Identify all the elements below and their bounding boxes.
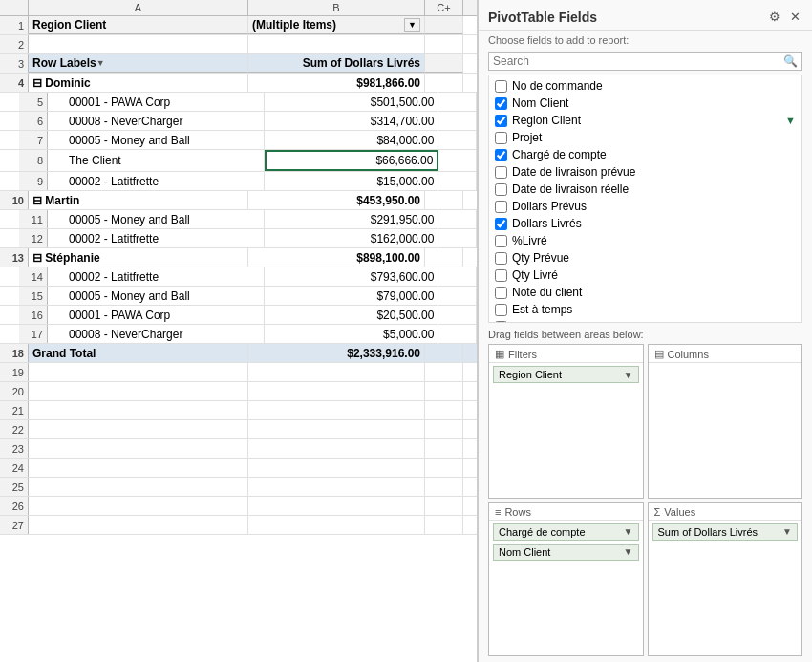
cell-b-15[interactable]: $79,000.00 — [265, 287, 438, 305]
cell-b-4[interactable]: $981,866.00 — [248, 74, 425, 92]
cell-a-23[interactable] — [29, 439, 248, 458]
cell-b-13[interactable]: $898,100.00 — [248, 248, 425, 267]
values-chip-sum[interactable]: Sum of Dollars Livrés ▼ — [652, 523, 799, 541]
cell-a-10[interactable]: ⊟ Martin — [29, 191, 248, 209]
values-area-title: Σ Values — [649, 503, 802, 521]
field-checkbox-0[interactable] — [495, 80, 507, 93]
field-item-2: Region Client▼ — [489, 112, 801, 129]
cell-a-13[interactable]: ⊟ Stéphanie — [29, 248, 248, 267]
field-item-12: Note du client — [489, 284, 801, 301]
cell-b-20[interactable] — [248, 382, 425, 400]
cell-a-14[interactable]: 00002 - Latitfrette — [48, 267, 265, 286]
field-checkbox-11[interactable] — [495, 269, 507, 282]
col-header-a[interactable]: A — [29, 0, 248, 15]
cell-a-3[interactable]: Row Labels ▼ — [29, 54, 248, 73]
cell-a-16[interactable]: 00001 - PAWA Corp — [48, 306, 265, 324]
cell-b-26[interactable] — [248, 497, 425, 515]
cell-b-6[interactable]: $314,700.00 — [265, 112, 438, 130]
cell-b-8[interactable]: $66,666.00 — [265, 150, 438, 171]
cell-a-26[interactable] — [29, 497, 248, 515]
field-checkbox-13[interactable] — [495, 304, 507, 316]
field-checkbox-2[interactable] — [495, 115, 507, 127]
cell-a-21[interactable] — [29, 401, 248, 419]
cell-b-9[interactable]: $15,000.00 — [265, 172, 438, 190]
pivot-subtext: Choose fields to add to report: — [479, 31, 812, 48]
cell-b-5[interactable]: $501,500.00 — [265, 93, 438, 111]
row-num-17: 17 — [19, 325, 48, 343]
cell-b-16[interactable]: $20,500.00 — [265, 306, 438, 324]
field-checkbox-1[interactable] — [495, 97, 507, 110]
cell-a-19[interactable] — [29, 363, 248, 381]
cell-b-22[interactable] — [248, 420, 425, 438]
cell-c-10 — [425, 191, 463, 209]
cell-b-21[interactable] — [248, 401, 425, 419]
cell-a-24[interactable] — [29, 459, 248, 477]
cell-b-19[interactable] — [248, 363, 425, 381]
rows-area-icon: ≡ — [495, 506, 501, 518]
cell-a-8[interactable]: The Client — [48, 150, 265, 171]
pivot-close-button[interactable]: ✕ — [788, 8, 802, 26]
sheet-row-16: 1600001 - PAWA Corp$20,500.00 — [0, 306, 477, 325]
cell-a-1[interactable]: Region Client — [29, 16, 248, 34]
col-header-c[interactable]: C+ — [425, 0, 463, 15]
field-checkbox-4[interactable] — [495, 149, 507, 161]
field-item-4: Chargé de compte — [489, 146, 801, 163]
cell-b-11[interactable]: $291,950.00 — [265, 210, 438, 228]
cell-b-7[interactable]: $84,000.00 — [265, 131, 438, 149]
field-checkbox-6[interactable] — [495, 183, 507, 196]
sheet-row-10: 10⊟ Martin$453,950.00 — [0, 191, 477, 210]
cell-b-24[interactable] — [248, 459, 425, 477]
filters-chip-region-client[interactable]: Region Client ▼ — [493, 366, 639, 383]
field-label-12: Note du client — [512, 286, 796, 299]
pivot-settings-button[interactable]: ⚙ — [767, 8, 782, 26]
cell-a-2[interactable] — [29, 35, 248, 53]
cell-a-22[interactable] — [29, 420, 248, 438]
field-checkbox-10[interactable] — [495, 252, 507, 265]
field-item-13: Est à temps — [489, 301, 801, 318]
row-num-7: 7 — [19, 131, 48, 149]
field-checkbox-5[interactable] — [495, 166, 507, 179]
rows-chip-nom[interactable]: Nom Client ▼ — [493, 544, 639, 561]
cell-b-25[interactable] — [248, 478, 425, 496]
cell-a-25[interactable] — [29, 478, 248, 496]
sheet-row-21: 21 — [0, 401, 477, 420]
cell-b-12[interactable]: $162,000.00 — [265, 229, 438, 247]
cell-a-11[interactable]: 00005 - Money and Ball — [48, 210, 265, 228]
field-checkbox-7[interactable] — [495, 201, 507, 213]
values-area-icon: Σ — [654, 506, 661, 518]
pivot-search-input[interactable] — [493, 54, 783, 68]
cell-a-27[interactable] — [29, 516, 248, 534]
cell-a-9[interactable]: 00002 - Latitfrette — [48, 172, 265, 190]
cell-b-3[interactable]: Sum of Dollars Livrés — [248, 54, 425, 73]
field-checkbox-3[interactable] — [495, 132, 507, 144]
cell-a-4[interactable]: ⊟ Dominic — [29, 74, 248, 92]
rows-chip-charge[interactable]: Chargé de compte ▼ — [493, 523, 639, 541]
field-checkbox-8[interactable] — [495, 218, 507, 230]
cell-a-6[interactable]: 00008 - NeverCharger — [48, 112, 265, 130]
cell-c-9 — [438, 172, 477, 190]
cell-b-23[interactable] — [248, 439, 425, 458]
field-checkbox-9[interactable] — [495, 235, 507, 247]
chip-dropdown-icon: ▼ — [782, 526, 792, 537]
cell-b-10[interactable]: $453,950.00 — [248, 191, 425, 209]
col-header-b[interactable]: B — [248, 0, 425, 15]
sheet-row-22: 22 — [0, 420, 477, 439]
cell-b-1[interactable]: (Multiple Items)▼ — [248, 16, 425, 34]
cell-a-15[interactable]: 00005 - Money and Ball — [48, 287, 265, 305]
cell-a-5[interactable]: 00001 - PAWA Corp — [48, 93, 265, 111]
field-label-2: Region Client — [512, 114, 780, 127]
cell-b-18[interactable]: $2,333,916.00 — [248, 344, 425, 362]
cell-b-17[interactable]: $5,000.00 — [265, 325, 438, 343]
cell-a-17[interactable]: 00008 - NeverCharger — [48, 325, 265, 343]
columns-area: ▤ Columns — [648, 344, 803, 499]
cell-a-12[interactable]: 00002 - Latitfrette — [48, 229, 265, 247]
cell-a-18[interactable]: Grand Total — [29, 344, 248, 362]
cell-b-2[interactable] — [248, 35, 425, 53]
pivot-search-box[interactable]: 🔍 — [488, 52, 802, 71]
cell-b-27[interactable] — [248, 516, 425, 534]
row-num-9: 9 — [19, 172, 48, 190]
cell-b-14[interactable]: $793,600.00 — [265, 267, 438, 286]
field-checkbox-12[interactable] — [495, 287, 507, 299]
cell-a-20[interactable] — [29, 382, 248, 400]
cell-a-7[interactable]: 00005 - Money and Ball — [48, 131, 265, 149]
